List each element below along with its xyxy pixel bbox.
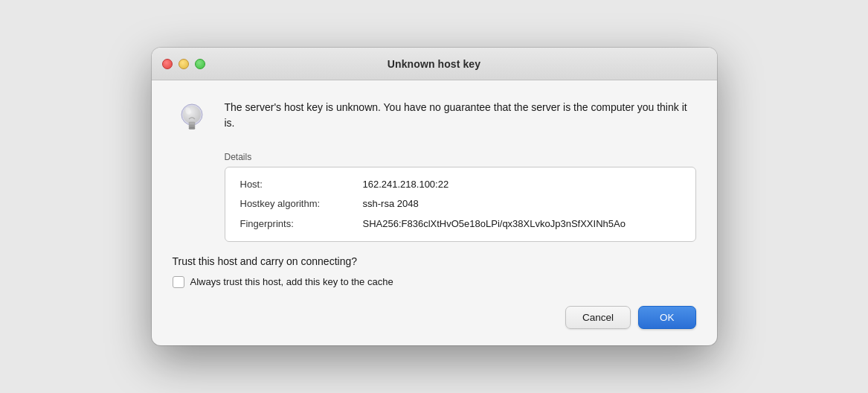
detail-row-fingerprints: Fingerprints: SHA256:F836clXtHvO5e18oLPi… — [240, 217, 681, 231]
svg-rect-2 — [189, 122, 195, 125]
detail-key-fingerprints: Fingerprints: — [240, 217, 363, 231]
trust-question: Trust this host and carry on connecting? — [173, 255, 696, 267]
detail-row-algorithm: Hostkey algorithm: ssh-rsa 2048 — [240, 197, 681, 211]
ok-button[interactable]: OK — [638, 306, 696, 329]
detail-key-host: Host: — [240, 178, 363, 191]
detail-row-host: Host: 162.241.218.100:22 — [240, 178, 681, 191]
svg-rect-4 — [189, 127, 195, 130]
detail-key-algorithm: Hostkey algorithm: — [240, 197, 363, 211]
cancel-button[interactable]: Cancel — [565, 306, 631, 329]
title-bar: Unknown host key — [152, 48, 717, 80]
close-button[interactable] — [162, 59, 173, 69]
window-title: Unknown host key — [388, 58, 480, 70]
details-label: Details — [225, 152, 696, 162]
dialog-content: The server's host key is unknown. You ha… — [152, 80, 717, 345]
svg-rect-3 — [189, 125, 195, 127]
dialog-window: Unknown host key — [152, 48, 717, 345]
button-row: Cancel OK — [173, 306, 696, 329]
maximize-button[interactable] — [195, 59, 205, 69]
details-box: Host: 162.241.218.100:22 Hostkey algorit… — [225, 167, 696, 242]
message-text: The server's host key is unknown. You ha… — [225, 98, 696, 131]
detail-value-algorithm: ssh-rsa 2048 — [363, 197, 419, 211]
detail-value-fingerprints: SHA256:F836clXtHvO5e18oLPi/qx38XLvkoJp3n… — [363, 217, 626, 231]
traffic-lights — [162, 59, 205, 69]
minimize-button[interactable] — [179, 59, 189, 69]
detail-value-host: 162.241.218.100:22 — [363, 178, 449, 191]
checkbox-row: Always trust this host, add this key to … — [173, 276, 696, 288]
svg-point-1 — [183, 106, 201, 124]
lightbulb-icon — [173, 100, 211, 138]
always-trust-checkbox[interactable] — [173, 276, 184, 288]
checkbox-label: Always trust this host, add this key to … — [190, 276, 393, 287]
top-section: The server's host key is unknown. You ha… — [173, 98, 696, 138]
details-section: Details Host: 162.241.218.100:22 Hostkey… — [225, 152, 696, 242]
